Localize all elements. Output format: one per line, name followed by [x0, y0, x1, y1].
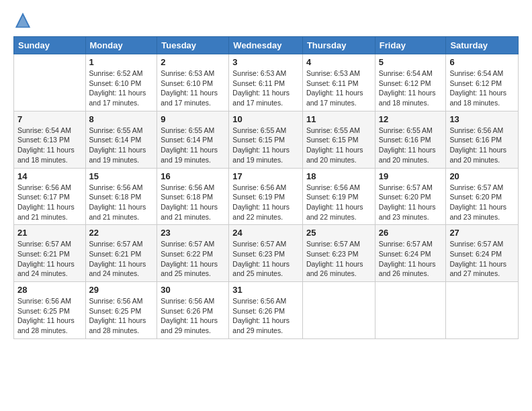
- day-info: Sunrise: 6:53 AMSunset: 6:11 PMDaylight:…: [306, 68, 371, 108]
- weekday-header-cell: Monday: [85, 37, 157, 54]
- calendar-day-cell: 7Sunrise: 6:54 AMSunset: 6:13 PMDaylight…: [14, 111, 86, 168]
- day-info: Sunrise: 6:53 AMSunset: 6:10 PMDaylight:…: [161, 68, 225, 108]
- day-number: 7: [17, 114, 82, 124]
- day-info: Sunrise: 6:55 AMSunset: 6:16 PMDaylight:…: [379, 126, 443, 165]
- day-info: Sunrise: 6:57 AMSunset: 6:23 PMDaylight:…: [306, 239, 371, 279]
- day-info: Sunrise: 6:53 AMSunset: 6:11 PMDaylight:…: [232, 68, 299, 108]
- day-info: Sunrise: 6:56 AMSunset: 6:19 PMDaylight:…: [306, 183, 371, 222]
- day-number: 8: [89, 114, 154, 124]
- page: SundayMondayTuesdayWednesdayThursdayFrid…: [0, 0, 532, 411]
- day-info: Sunrise: 6:56 AMSunset: 6:17 PMDaylight:…: [17, 183, 82, 222]
- calendar-day-cell: 10Sunrise: 6:55 AMSunset: 6:15 PMDayligh…: [229, 111, 303, 168]
- day-number: 10: [232, 114, 299, 124]
- calendar-day-cell: 25Sunrise: 6:57 AMSunset: 6:23 PMDayligh…: [302, 225, 375, 282]
- day-info: Sunrise: 6:57 AMSunset: 6:22 PMDaylight:…: [161, 239, 225, 279]
- calendar-week-row: 28Sunrise: 6:56 AMSunset: 6:25 PMDayligh…: [14, 282, 519, 339]
- day-number: 18: [306, 171, 371, 181]
- day-number: 30: [161, 285, 225, 295]
- calendar-day-cell: 5Sunrise: 6:54 AMSunset: 6:12 PMDaylight…: [375, 54, 446, 111]
- day-info: Sunrise: 6:54 AMSunset: 6:13 PMDaylight:…: [17, 126, 82, 165]
- weekday-header-cell: Tuesday: [157, 37, 229, 54]
- calendar-day-cell: 23Sunrise: 6:57 AMSunset: 6:22 PMDayligh…: [157, 225, 229, 282]
- day-info: Sunrise: 6:52 AMSunset: 6:10 PMDaylight:…: [89, 68, 154, 108]
- calendar-day-cell: 28Sunrise: 6:56 AMSunset: 6:25 PMDayligh…: [14, 282, 86, 339]
- weekday-header-row: SundayMondayTuesdayWednesdayThursdayFrid…: [14, 37, 519, 54]
- day-number: 12: [379, 114, 443, 124]
- day-info: Sunrise: 6:56 AMSunset: 6:16 PMDaylight:…: [449, 126, 515, 165]
- day-number: 21: [17, 228, 82, 238]
- day-number: 19: [379, 171, 443, 181]
- weekday-header-cell: Thursday: [302, 37, 375, 54]
- calendar-day-cell: 27Sunrise: 6:57 AMSunset: 6:24 PMDayligh…: [446, 225, 519, 282]
- day-number: 15: [89, 171, 154, 181]
- day-number: 14: [17, 171, 82, 181]
- calendar-day-cell: [375, 282, 446, 339]
- weekday-header-cell: Saturday: [446, 37, 519, 54]
- calendar-day-cell: 16Sunrise: 6:56 AMSunset: 6:18 PMDayligh…: [157, 168, 229, 225]
- day-info: Sunrise: 6:57 AMSunset: 6:24 PMDaylight:…: [449, 239, 515, 279]
- header: [13, 11, 519, 30]
- calendar-day-cell: 31Sunrise: 6:56 AMSunset: 6:26 PMDayligh…: [229, 282, 303, 339]
- calendar-day-cell: 15Sunrise: 6:56 AMSunset: 6:18 PMDayligh…: [85, 168, 157, 225]
- calendar-week-row: 21Sunrise: 6:57 AMSunset: 6:21 PMDayligh…: [14, 225, 519, 282]
- day-number: 11: [306, 114, 371, 124]
- day-info: Sunrise: 6:56 AMSunset: 6:18 PMDaylight:…: [161, 183, 225, 222]
- calendar-week-row: 14Sunrise: 6:56 AMSunset: 6:17 PMDayligh…: [14, 168, 519, 225]
- day-number: 22: [89, 228, 154, 238]
- calendar-day-cell: 3Sunrise: 6:53 AMSunset: 6:11 PMDaylight…: [229, 54, 303, 111]
- day-number: 26: [379, 228, 443, 238]
- day-info: Sunrise: 6:54 AMSunset: 6:12 PMDaylight:…: [379, 68, 443, 108]
- calendar-day-cell: [446, 282, 519, 339]
- day-number: 27: [449, 228, 515, 238]
- calendar-week-row: 7Sunrise: 6:54 AMSunset: 6:13 PMDaylight…: [14, 111, 519, 168]
- calendar-day-cell: [14, 54, 86, 111]
- day-number: 3: [232, 57, 299, 67]
- calendar-day-cell: 18Sunrise: 6:56 AMSunset: 6:19 PMDayligh…: [302, 168, 375, 225]
- calendar-day-cell: 30Sunrise: 6:56 AMSunset: 6:26 PMDayligh…: [157, 282, 229, 339]
- day-info: Sunrise: 6:56 AMSunset: 6:18 PMDaylight:…: [89, 183, 154, 222]
- day-number: 23: [161, 228, 225, 238]
- calendar-day-cell: 9Sunrise: 6:55 AMSunset: 6:14 PMDaylight…: [157, 111, 229, 168]
- day-number: 13: [449, 114, 515, 124]
- calendar-day-cell: 13Sunrise: 6:56 AMSunset: 6:16 PMDayligh…: [446, 111, 519, 168]
- calendar-day-cell: [302, 282, 375, 339]
- calendar-day-cell: 26Sunrise: 6:57 AMSunset: 6:24 PMDayligh…: [375, 225, 446, 282]
- day-info: Sunrise: 6:56 AMSunset: 6:19 PMDaylight:…: [232, 183, 299, 222]
- weekday-header-cell: Friday: [375, 37, 446, 54]
- day-number: 20: [449, 171, 515, 181]
- day-number: 6: [449, 57, 515, 67]
- day-info: Sunrise: 6:57 AMSunset: 6:20 PMDaylight:…: [449, 183, 515, 222]
- day-info: Sunrise: 6:55 AMSunset: 6:15 PMDaylight:…: [306, 126, 371, 165]
- calendar-day-cell: 24Sunrise: 6:57 AMSunset: 6:23 PMDayligh…: [229, 225, 303, 282]
- day-number: 5: [379, 57, 443, 67]
- day-info: Sunrise: 6:55 AMSunset: 6:14 PMDaylight:…: [161, 126, 225, 165]
- logo: [13, 11, 35, 30]
- day-info: Sunrise: 6:55 AMSunset: 6:14 PMDaylight:…: [89, 126, 154, 165]
- day-number: 17: [232, 171, 299, 181]
- day-number: 2: [161, 57, 225, 67]
- day-info: Sunrise: 6:57 AMSunset: 6:21 PMDaylight:…: [89, 239, 154, 279]
- calendar-day-cell: 14Sunrise: 6:56 AMSunset: 6:17 PMDayligh…: [14, 168, 86, 225]
- day-info: Sunrise: 6:57 AMSunset: 6:24 PMDaylight:…: [379, 239, 443, 279]
- day-info: Sunrise: 6:56 AMSunset: 6:25 PMDaylight:…: [89, 296, 154, 336]
- day-info: Sunrise: 6:54 AMSunset: 6:12 PMDaylight:…: [449, 68, 515, 108]
- day-info: Sunrise: 6:56 AMSunset: 6:26 PMDaylight:…: [161, 296, 225, 336]
- day-number: 9: [161, 114, 225, 124]
- calendar-week-row: 1Sunrise: 6:52 AMSunset: 6:10 PMDaylight…: [14, 54, 519, 111]
- day-number: 29: [89, 285, 154, 295]
- day-info: Sunrise: 6:57 AMSunset: 6:23 PMDaylight:…: [232, 239, 299, 279]
- weekday-header-cell: Wednesday: [229, 37, 303, 54]
- weekday-header-cell: Sunday: [14, 37, 86, 54]
- calendar-day-cell: 1Sunrise: 6:52 AMSunset: 6:10 PMDaylight…: [85, 54, 157, 111]
- calendar-header: SundayMondayTuesdayWednesdayThursdayFrid…: [14, 37, 519, 54]
- day-number: 1: [89, 57, 154, 67]
- calendar-day-cell: 19Sunrise: 6:57 AMSunset: 6:20 PMDayligh…: [375, 168, 446, 225]
- day-info: Sunrise: 6:56 AMSunset: 6:25 PMDaylight:…: [17, 296, 82, 336]
- calendar-day-cell: 4Sunrise: 6:53 AMSunset: 6:11 PMDaylight…: [302, 54, 375, 111]
- calendar-day-cell: 21Sunrise: 6:57 AMSunset: 6:21 PMDayligh…: [14, 225, 86, 282]
- calendar-day-cell: 8Sunrise: 6:55 AMSunset: 6:14 PMDaylight…: [85, 111, 157, 168]
- calendar-body: 1Sunrise: 6:52 AMSunset: 6:10 PMDaylight…: [14, 54, 519, 339]
- day-number: 16: [161, 171, 225, 181]
- calendar-day-cell: 29Sunrise: 6:56 AMSunset: 6:25 PMDayligh…: [85, 282, 157, 339]
- calendar-day-cell: 2Sunrise: 6:53 AMSunset: 6:10 PMDaylight…: [157, 54, 229, 111]
